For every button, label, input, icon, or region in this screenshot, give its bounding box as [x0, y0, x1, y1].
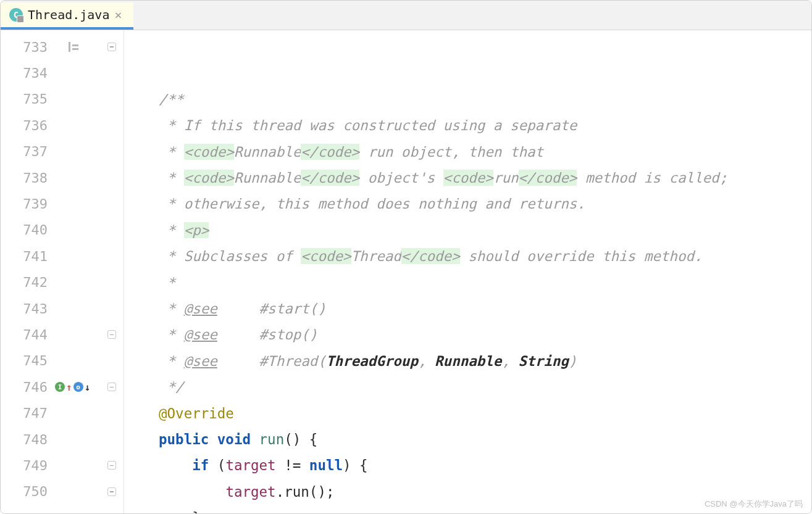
gutter-row: 739 — [1, 191, 124, 217]
code-line[interactable]: /** — [159, 86, 811, 112]
code-line[interactable]: * <code>Runnable</code> run object, then… — [159, 139, 811, 165]
code-line[interactable]: if (target != null) { — [159, 452, 811, 478]
line-number: 750 — [1, 484, 52, 499]
code-area[interactable]: /** * If this thread was constructed usi… — [124, 30, 811, 513]
gutter-row: 743 — [1, 296, 124, 321]
gutter-row: 738 — [1, 165, 124, 191]
line-number: 739 — [1, 196, 52, 212]
code-line[interactable]: * @see #start() — [159, 296, 811, 321]
gutter-row: 737 — [1, 139, 124, 165]
gutter: 7337347357367377387397407417427437447457… — [1, 30, 124, 513]
fold-handle[interactable] — [106, 43, 118, 51]
line-number: 740 — [1, 222, 52, 238]
line-number: 737 — [1, 144, 52, 159]
code-line[interactable]: * @see #stop() — [159, 321, 811, 347]
arrow-down-icon: ↓ — [85, 381, 91, 393]
code-line[interactable]: * otherwise, this method does nothing an… — [159, 191, 811, 217]
line-number: 746 — [1, 379, 52, 395]
line-number: 747 — [1, 405, 52, 421]
java-class-icon: C — [9, 8, 23, 22]
line-number: 748 — [1, 432, 52, 447]
gutter-row: 733 — [1, 34, 124, 60]
line-number: 749 — [1, 458, 52, 473]
line-number: 735 — [1, 91, 52, 107]
line-number: 738 — [1, 170, 52, 186]
line-number: 741 — [1, 249, 52, 264]
close-icon[interactable]: × — [114, 7, 122, 22]
line-number: 743 — [1, 301, 52, 317]
gutter-row: 744 — [1, 321, 124, 347]
implements-icon[interactable]: I — [55, 382, 65, 392]
line-number: 736 — [1, 118, 52, 133]
gutter-row: 741 — [1, 243, 124, 269]
gutter-row: 734 — [1, 60, 124, 86]
fold-handle[interactable] — [106, 383, 118, 391]
override-icon[interactable]: o — [73, 382, 83, 392]
code-editor[interactable]: 7337347357367377387397407417427437447457… — [1, 30, 811, 513]
gutter-row: 750 — [1, 479, 124, 505]
watermark: CSDN @今天你学Java了吗 — [705, 499, 803, 510]
fold-handle[interactable] — [106, 461, 118, 470]
gutter-row: 735 — [1, 86, 124, 112]
code-line[interactable]: * If this thread was constructed using a… — [159, 112, 811, 138]
fold-handle[interactable] — [106, 330, 118, 339]
fold-handle[interactable] — [106, 487, 118, 496]
arrow-up-icon: ↑ — [66, 381, 72, 393]
code-line[interactable]: @Override — [159, 400, 811, 426]
editor-tab[interactable]: C Thread.java × — [1, 2, 133, 30]
gutter-row: 740 — [1, 217, 124, 243]
line-number: 734 — [1, 65, 52, 81]
code-line[interactable]: * Subclasses of <code>Thread</code> shou… — [159, 243, 811, 269]
code-line[interactable]: * — [159, 270, 811, 296]
gutter-row: 742 — [1, 270, 124, 296]
line-number: 733 — [1, 39, 52, 55]
code-line[interactable]: * <code>Runnable</code> object's <code>r… — [159, 165, 811, 191]
line-number: 745 — [1, 353, 52, 368]
code-line[interactable]: public void run() { — [159, 426, 811, 452]
code-line[interactable]: */ — [159, 374, 811, 400]
gutter-row: 747 — [1, 400, 124, 426]
override-implements-markers[interactable]: I↑ o↓ — [55, 381, 90, 393]
gutter-row: 749 — [1, 452, 124, 478]
gutter-row: 748 — [1, 426, 124, 452]
gutter-row: 745 — [1, 348, 124, 374]
line-number: 742 — [1, 275, 52, 290]
tab-label: Thread.java — [28, 7, 109, 22]
code-line[interactable]: * <p> — [159, 217, 811, 243]
outline-icon[interactable] — [69, 42, 78, 52]
code-line[interactable]: * @see #Thread(ThreadGroup, Runnable, St… — [159, 348, 811, 374]
line-number: 744 — [1, 327, 52, 342]
tab-bar: C Thread.java × — [1, 1, 811, 30]
gutter-row: 746I↑ o↓ — [1, 374, 124, 400]
gutter-row: 736 — [1, 112, 124, 138]
